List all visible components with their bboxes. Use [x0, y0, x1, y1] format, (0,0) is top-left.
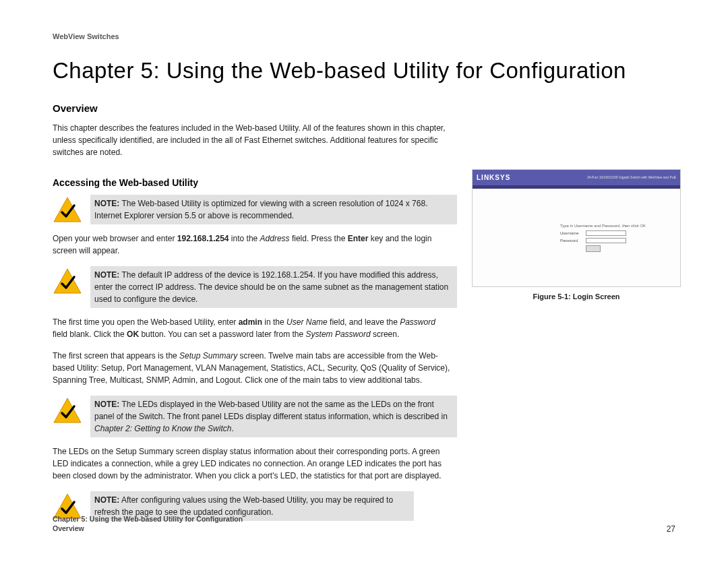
- svg-marker-2: [54, 398, 81, 423]
- figure-caption: Figure 5-1: Login Screen: [472, 292, 681, 301]
- page-number: 27: [667, 524, 675, 534]
- accessing-subheading: Accessing the Web-based Utility: [53, 177, 457, 188]
- screen-paragraph: The first screen that appears is the Set…: [53, 350, 450, 386]
- note-2-text: NOTE: The default IP address of the devi…: [90, 266, 457, 308]
- chapter-title: Chapter 5: Using the Web-based Utility f…: [53, 58, 675, 84]
- note-block-1: NOTE: The Web-based Utility is optimized…: [53, 195, 457, 224]
- note-block-3: NOTE: The LEDs displayed in the Web-base…: [53, 396, 457, 437]
- left-column: Accessing the Web-based Utility NOTE: Th…: [53, 168, 457, 529]
- checkmark-warning-icon: [53, 397, 82, 424]
- leds-paragraph: The LEDs on the Setup Summary screen dis…: [53, 445, 450, 482]
- right-column: LINKSYS 24-Port 10/100/1000 Gigabit Swit…: [472, 168, 681, 529]
- linksys-brand-bar: LINKSYS 24-Port 10/100/1000 Gigabit Swit…: [473, 170, 680, 189]
- section-overview-heading: Overview: [53, 102, 675, 114]
- overview-paragraph: This chapter describes the features incl…: [53, 122, 450, 158]
- figure-login-screen: LINKSYS 24-Port 10/100/1000 Gigabit Swit…: [472, 169, 681, 287]
- note-block-2: NOTE: The default IP address of the devi…: [53, 266, 457, 308]
- linksys-logo-text: LINKSYS: [477, 174, 510, 181]
- first-time-paragraph: The first time you open the Web-based Ut…: [53, 316, 450, 340]
- footer-section-line: Overview: [53, 524, 243, 534]
- note-3-text: NOTE: The LEDs displayed in the Web-base…: [90, 396, 457, 437]
- page-footer: Chapter 5: Using the Web-based Utility f…: [53, 514, 675, 534]
- two-column-layout: Accessing the Web-based Utility NOTE: Th…: [53, 168, 675, 529]
- doc-header: WebView Switches: [53, 32, 675, 40]
- linksys-subtitle: 24-Port 10/100/1000 Gigabit Switch with …: [587, 175, 676, 179]
- login-form-mock: Type in Username and Password, then clic…: [560, 224, 646, 252]
- svg-marker-1: [54, 269, 81, 293]
- open-browser-paragraph: Open your web browser and enter 192.168.…: [53, 232, 450, 257]
- footer-left: Chapter 5: Using the Web-based Utility f…: [53, 514, 243, 534]
- checkmark-warning-icon: [53, 268, 82, 294]
- page-container: WebView Switches Chapter 5: Using the We…: [0, 0, 728, 542]
- checkmark-warning-icon: [53, 196, 82, 223]
- footer-chapter-line: Chapter 5: Using the Web-based Utility f…: [53, 514, 243, 524]
- svg-marker-0: [54, 197, 81, 222]
- note-1-text: NOTE: The Web-based Utility is optimized…: [90, 195, 457, 224]
